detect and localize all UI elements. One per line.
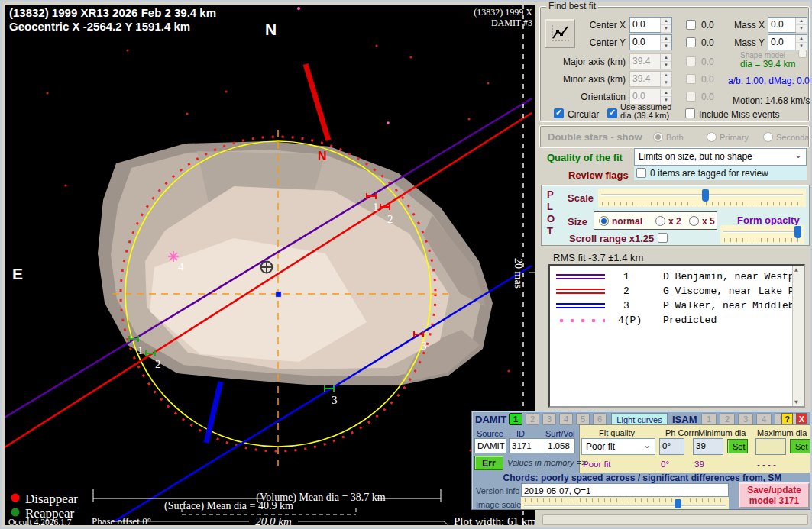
quality-fit-dropdown[interactable]: Limits on size, but no shape	[634, 148, 807, 166]
svg-text:2: 2	[155, 358, 161, 370]
size-x5-radio[interactable]	[689, 216, 699, 226]
center-x-input[interactable]: 0.0▲▼	[629, 17, 672, 33]
chord-list[interactable]: 1 D Benjamin, near Westpo 2 G Viscome, n…	[548, 264, 805, 408]
disappear-dot-icon	[11, 494, 20, 502]
center-y-label: Center Y	[578, 37, 626, 48]
chord-1-number: 1	[623, 271, 629, 282]
min-dia-set-button[interactable]: Set	[727, 439, 748, 453]
pole-axis-north	[306, 64, 328, 140]
north-direction-label: N	[265, 21, 277, 38]
err-button[interactable]: Err	[474, 456, 503, 470]
damit-tab-3[interactable]: 3	[542, 413, 556, 425]
review-flags-checkbox[interactable]	[636, 168, 646, 178]
pole-axis-north-label: N	[318, 150, 327, 163]
memory-max-dia: - - - -	[757, 460, 776, 469]
include-miss-label: Include Miss events	[699, 109, 779, 120]
svg-text:2: 2	[387, 213, 393, 225]
mass-x-label: Mass X	[728, 20, 765, 31]
image-scale-slider-thumb[interactable]	[675, 499, 681, 508]
scale-bar-label: 20.0 km	[255, 515, 292, 525]
pole-axis-south	[206, 382, 221, 443]
isam-tab-2[interactable]: 2	[720, 413, 735, 425]
ph-corrn-field[interactable]: 0°	[659, 438, 684, 455]
chord-list-row-3[interactable]: 3 P Walker, near Middlebu	[550, 298, 804, 313]
chord-list-scrollbar[interactable]	[792, 266, 804, 406]
plot-canvas: N 1 2 3 1 2 3 4	[5, 5, 535, 525]
plot-scale-slider[interactable]	[598, 189, 806, 207]
plot-size-label: Size	[568, 216, 587, 227]
version-info-field[interactable]: 2019-05-07, Q=1	[521, 483, 729, 497]
plot-corner-line1: (13832) 1999 X	[474, 7, 532, 18]
shape-model-checkbox[interactable]	[798, 50, 807, 58]
chord-list-row-2[interactable]: 2 G Viscome, near Lake Pl	[550, 284, 804, 298]
plot-title-line2: Geocentric X -2564.2 Y 1591.4 km	[9, 20, 190, 33]
minor-axis-input: 39.4▲▼	[629, 71, 672, 87]
surfvol-field[interactable]: 1.058	[545, 438, 575, 453]
isam-label: ISAM	[672, 414, 697, 425]
east-direction-label: E	[12, 265, 23, 282]
scroll-range-checkbox[interactable]	[658, 233, 668, 243]
close-icon[interactable]: X	[796, 413, 807, 424]
plot-controls-group: P L O T Scale Size normal x 2 x 5 Form o…	[541, 185, 810, 246]
include-miss-checkbox[interactable]	[685, 108, 695, 118]
memory-min-dia: 39	[694, 460, 704, 469]
max-dia-set-button[interactable]: Set	[790, 439, 810, 453]
damit-shape-model-panel: DAMIT 1 2 3 4 5 6 Light curves ISAM 1 2 …	[471, 411, 812, 510]
find-best-fit-button[interactable]	[545, 19, 575, 48]
image-scale-slider[interactable]	[521, 497, 729, 509]
occultation-plot[interactable]: N 1 2 3 1 2 3 4	[5, 5, 535, 525]
plot-scale-slider-thumb[interactable]	[702, 189, 709, 202]
major-axis-label: Major axis (km)	[554, 56, 626, 67]
size-normal-radio[interactable]	[599, 216, 609, 226]
size-x2-radio[interactable]	[655, 216, 665, 226]
center-y-lock-checkbox[interactable]	[686, 37, 696, 47]
source-field[interactable]: DAMIT	[474, 438, 506, 453]
phase-offset-label: Phase offset 0°	[92, 515, 151, 525]
size-normal-label: normal	[612, 216, 642, 227]
isam-tab-4[interactable]: 4	[756, 413, 772, 425]
chord-3-observer: P Walker, near Middlebu	[663, 300, 800, 311]
help-icon[interactable]: ?	[781, 413, 793, 424]
ab-dmag-readout: a/b: 1.00, dMag: 0.00	[728, 76, 812, 86]
major-axis-locked-value: 0.0	[701, 56, 714, 67]
damit-tab-5[interactable]: 5	[576, 413, 590, 425]
minor-axis-label: Minor axis (km)	[554, 74, 626, 85]
chord-list-row-4[interactable]: 4(P) Predicted	[550, 313, 804, 327]
center-y-input[interactable]: 0.0▲▼	[629, 34, 672, 50]
center-x-label: Center X	[578, 20, 626, 31]
chord-2-number: 2	[623, 285, 629, 297]
chord-1-observer: D Benjamin, near Westpo	[663, 271, 800, 282]
plot-width-label: Plot width: 61 km	[454, 515, 535, 525]
col-id: ID	[516, 429, 525, 438]
save-update-model-button[interactable]: Save/update model 3171	[739, 482, 810, 508]
max-dia-field[interactable]	[755, 438, 786, 455]
chord-list-row-1[interactable]: 1 D Benjamin, near Westpo	[550, 269, 804, 284]
isam-tab-3[interactable]: 3	[738, 413, 753, 425]
double-stars-both-label: Both	[666, 133, 684, 142]
plot-size-radio-group: normal x 2 x 5	[594, 211, 717, 230]
mass-y-input[interactable]: 0.0▲▼	[768, 34, 807, 50]
form-opacity-slider[interactable]	[720, 225, 804, 244]
motion-readout: Motion: 14.68 km/s	[733, 95, 810, 106]
mass-x-input[interactable]: 0.0▲▼	[768, 17, 807, 33]
svg-text:1: 1	[137, 344, 144, 356]
damit-tab-6[interactable]: 6	[593, 413, 607, 425]
minor-axis-lock-checkbox	[686, 74, 696, 84]
damit-tab-4[interactable]: 4	[559, 413, 573, 425]
predicted-marker[interactable]	[168, 251, 179, 262]
center-y-locked-value: 0.0	[701, 37, 714, 48]
double-stars-primary-label: Primary	[720, 133, 749, 142]
use-assumed-dia-checkbox[interactable]	[607, 108, 617, 118]
isam-tab-1[interactable]: 1	[701, 413, 717, 425]
fit-quality-dropdown[interactable]: Poor fit	[581, 438, 655, 455]
damit-tab-2[interactable]: 2	[526, 413, 539, 425]
min-dia-field[interactable]: 39	[693, 438, 723, 455]
plot-scale-label: Scale	[568, 192, 594, 204]
damit-tab-1[interactable]: 1	[509, 413, 522, 425]
orientation-lock-checkbox	[686, 92, 696, 102]
minor-axis-locked-value: 0.0	[701, 74, 714, 85]
center-x-lock-checkbox[interactable]	[686, 20, 696, 30]
surface-dia-label: (Surface) Mean dia = 40.9 km	[164, 500, 293, 512]
circular-checkbox[interactable]	[554, 108, 564, 118]
form-opacity-slider-thumb[interactable]	[794, 226, 801, 238]
